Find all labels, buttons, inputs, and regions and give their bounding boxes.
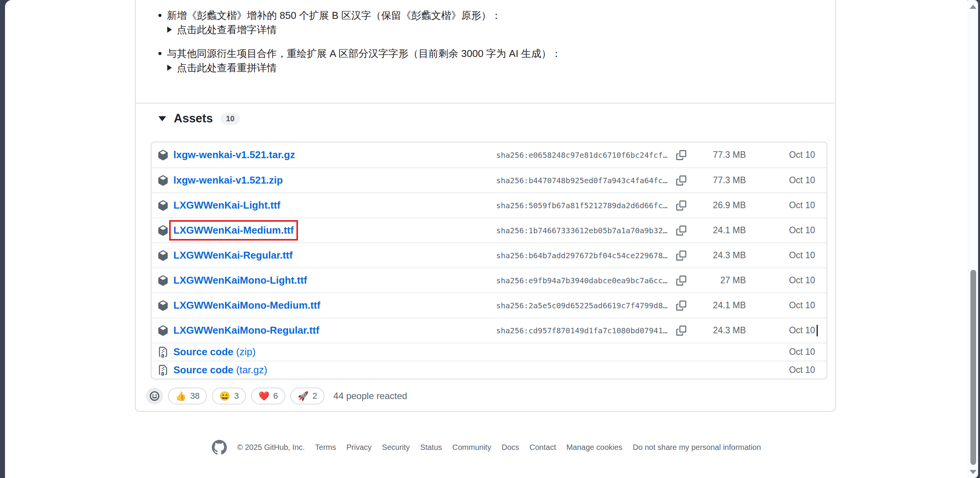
reaction-count: 6 (273, 391, 278, 401)
disclosure-triangle-icon (167, 65, 172, 71)
footer-link[interactable]: Security (382, 443, 410, 452)
github-logo-icon (212, 440, 227, 455)
release-note-text: 新增《彭蠡文楷》增补的 850 个扩展 B 区汉字（保留《彭蠡文楷》原形）： (167, 8, 501, 22)
reaction-pill[interactable]: 🚀 2 (290, 388, 324, 404)
release-note-item: 与其他同源衍生项目合作，重绘扩展 A 区部分汉字字形（目前剩余 3000 字为 … (158, 47, 561, 75)
asset-date: Oct 10 (746, 150, 815, 160)
asset-file-link[interactable]: LXGWWenKaiMono-Regular.ttf (173, 324, 319, 336)
asset-row: LXGWWenKaiMono-Light.ttf sha256:e9fb94a7… (151, 267, 827, 292)
assets-header: Assets 10 (158, 112, 240, 125)
asset-file-link[interactable]: LXGWWenKai-Regular.ttf (173, 249, 293, 261)
copy-sha-button[interactable] (675, 149, 687, 161)
reaction-count: 38 (190, 391, 200, 401)
copy-sha-button[interactable] (675, 224, 687, 237)
vertical-scrollbar[interactable] (968, 0, 978, 478)
asset-date: Oct 10 (746, 200, 815, 211)
asset-row: LXGWWenKaiMono-Medium.ttf sha256:2a5e5c0… (151, 292, 827, 318)
footer-link[interactable]: Docs (502, 443, 519, 452)
package-icon (158, 275, 168, 286)
asset-file-link-highlighted[interactable]: LXGWWenKai-Medium.ttf (173, 224, 294, 236)
details-toggle-label: 点击此处查看增字详情 (177, 23, 277, 37)
asset-sha256: sha256:1b74667333612eb05b7a1a70a9b32… (496, 226, 667, 235)
asset-row: lxgw-wenkai-v1.521.zip sha256:b4470748b9… (151, 167, 827, 192)
package-icon (158, 225, 168, 236)
scroll-down-arrow-icon[interactable] (970, 470, 977, 474)
asset-size: 77.3 MB (687, 150, 746, 160)
footer-links: TermsPrivacySecurityStatusCommunityDocsC… (315, 443, 761, 452)
copy-sha-button[interactable] (675, 174, 687, 187)
copy-sha-button[interactable] (675, 199, 687, 212)
browser-viewport: { "release_notes": { "items": [ { "text"… (0, 0, 980, 478)
release-note-line: 新增《彭蠡文楷》增补的 850 个扩展 B 区汉字（保留《彭蠡文楷》原形）： (158, 8, 561, 22)
asset-row: LXGWWenKai-Medium.ttf sha256:1b746673336… (151, 217, 827, 242)
assets-title: Assets (174, 112, 213, 125)
package-icon (158, 175, 168, 186)
details-toggle-label: 点击此处查看重拼详情 (177, 61, 277, 75)
asset-size: 24.3 MB (687, 250, 746, 261)
release-note-text: 与其他同源衍生项目合作，重绘扩展 A 区部分汉字字形（目前剩余 3000 字为 … (167, 47, 561, 60)
asset-sha256: sha256:e0658248c97e81dc6710f6bc24fcf… (496, 150, 667, 160)
asset-date: Oct 10 (746, 275, 815, 286)
footer-link[interactable]: Community (453, 443, 491, 452)
asset-file-link[interactable]: LXGWWenKaiMono-Light.ttf (173, 274, 307, 286)
footer-link[interactable]: Terms (315, 443, 336, 452)
footer-link[interactable]: Privacy (346, 443, 372, 452)
release-note-line: 与其他同源衍生项目合作，重绘扩展 A 区部分汉字字形（目前剩余 3000 字为 … (158, 47, 561, 60)
copy-sha-button[interactable] (675, 274, 687, 287)
asset-date: Oct 10 (746, 365, 815, 375)
asset-size: 24.1 MB (687, 225, 746, 236)
footer-link[interactable]: Contact (529, 443, 556, 452)
add-reaction-button[interactable] (146, 388, 163, 404)
asset-size: 24.3 MB (687, 325, 746, 336)
scroll-up-arrow-icon[interactable] (970, 5, 977, 9)
reaction-count: 3 (234, 391, 239, 401)
details-toggle[interactable]: 点击此处查看重拼详情 (158, 61, 561, 75)
copy-sha-button[interactable] (675, 324, 687, 337)
package-icon (158, 150, 168, 160)
asset-row: Source code (zip) Oct 10 (151, 343, 827, 361)
asset-date: Oct 10 (746, 225, 815, 236)
asset-file-link[interactable]: LXGWWenKai-Light.ttf (173, 199, 280, 211)
file-zip-icon (158, 365, 168, 376)
bullet-icon (158, 52, 161, 55)
package-icon (158, 300, 168, 311)
footer-link[interactable]: Do not share my personal information (633, 443, 761, 452)
details-toggle[interactable]: 点击此处查看增字详情 (158, 23, 561, 37)
reaction-emoji: 🚀 (298, 392, 309, 401)
asset-date: Oct 10 (746, 300, 815, 311)
release-card: 新增《彭蠡文楷》增补的 850 个扩展 B 区汉字（保留《彭蠡文楷》原形）： 点… (135, 0, 836, 412)
reaction-pills: 👍 38 😄 3 ❤️ 6 🚀 2 (168, 388, 324, 404)
asset-file-link[interactable]: lxgw-wenkai-v1.521.tar.gz (173, 149, 295, 161)
asset-sha256: sha256:b4470748b925ed0f7a943c4fa64fc… (496, 176, 667, 185)
asset-date: Oct 10 (746, 175, 815, 186)
copy-sha-button[interactable] (675, 249, 687, 262)
scrollbar-thumb[interactable] (970, 270, 976, 465)
footer-link[interactable]: Manage cookies (566, 443, 622, 452)
disclosure-triangle-icon (167, 27, 172, 33)
package-icon (158, 200, 168, 211)
asset-file-link[interactable]: LXGWWenKaiMono-Medium.ttf (173, 299, 320, 311)
footer-link[interactable]: Status (420, 443, 442, 452)
reaction-pill[interactable]: 😄 3 (212, 388, 246, 404)
asset-size: 27 MB (687, 275, 746, 286)
source-code-link[interactable]: Source code (zip) (173, 346, 256, 358)
reaction-summary: 44 people reacted (333, 391, 407, 401)
collapse-triangle-icon[interactable] (158, 116, 166, 121)
reaction-emoji: 👍 (175, 392, 186, 401)
asset-row: LXGWWenKai-Light.ttf sha256:5059fb67a81f… (151, 192, 827, 217)
asset-row: Source code (tar.gz) Oct 10 (151, 361, 827, 379)
assets-table: lxgw-wenkai-v1.521.tar.gz sha256:e065824… (151, 142, 827, 379)
asset-sha256: sha256:e9fb94a7b3940dabce0ea9bc7a6cc… (496, 276, 667, 285)
asset-sha256: sha256:b64b7add297672bf04c54ce229678… (496, 251, 667, 260)
reaction-pill[interactable]: 👍 38 (168, 388, 207, 404)
footer-copyright: © 2025 GitHub, Inc. (237, 443, 305, 452)
asset-file-link[interactable]: lxgw-wenkai-v1.521.zip (173, 174, 283, 186)
reaction-pill[interactable]: ❤️ 6 (251, 388, 285, 404)
file-zip-icon (158, 347, 168, 358)
asset-sha256: sha256:5059fb67a81f5212789da2d6d66fc… (496, 201, 667, 210)
copy-sha-button[interactable] (675, 299, 687, 312)
source-code-link[interactable]: Source code (tar.gz) (173, 364, 267, 376)
asset-date: Oct 10 (746, 347, 815, 357)
package-icon (158, 250, 168, 261)
bullet-icon (158, 14, 161, 17)
